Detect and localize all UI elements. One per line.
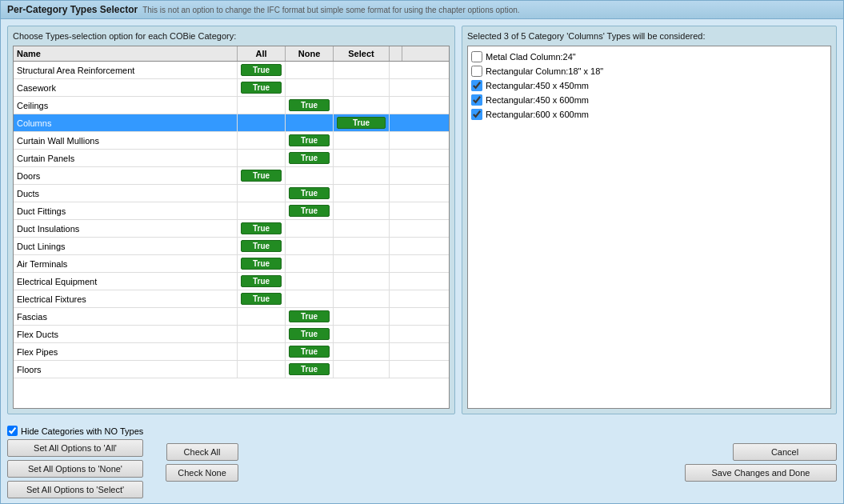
row-none[interactable]: True: [286, 202, 334, 219]
row-all[interactable]: True: [238, 238, 286, 254]
row-select[interactable]: [334, 202, 390, 219]
row-all[interactable]: [238, 308, 286, 325]
table-row[interactable]: Curtain PanelsTrue: [14, 150, 449, 167]
row-select[interactable]: [334, 185, 390, 202]
type-item: Metal Clad Column:24": [471, 50, 827, 64]
row-all[interactable]: [238, 361, 286, 378]
row-none[interactable]: True: [286, 343, 334, 360]
row-select[interactable]: [334, 220, 390, 237]
table-row[interactable]: Electrical FixturesTrue: [14, 290, 449, 308]
row-none[interactable]: True: [286, 326, 334, 342]
row-all[interactable]: True: [238, 290, 286, 307]
row-select[interactable]: True: [334, 114, 390, 131]
row-none[interactable]: True: [286, 150, 334, 166]
hide-checkbox[interactable]: [7, 426, 18, 436]
table-row[interactable]: Duct InsulationsTrue: [14, 220, 449, 238]
row-name: Duct Insulations: [14, 220, 238, 237]
table-row[interactable]: Structural Area ReinforcementTrue: [14, 62, 449, 79]
table-row[interactable]: FloorsTrue: [14, 361, 449, 378]
row-select[interactable]: [334, 79, 390, 96]
row-none[interactable]: [286, 255, 334, 272]
type-checkbox[interactable]: [471, 66, 482, 77]
row-none[interactable]: True: [286, 97, 334, 114]
check-all-button[interactable]: Check All: [166, 443, 238, 461]
row-select[interactable]: [334, 238, 390, 254]
row-all[interactable]: [238, 202, 286, 219]
row-select[interactable]: [334, 62, 390, 78]
table-row[interactable]: FasciasTrue: [14, 308, 449, 326]
table-row[interactable]: Curtain Wall MullionsTrue: [14, 132, 449, 150]
row-all[interactable]: [238, 185, 286, 202]
type-checkbox[interactable]: [471, 94, 482, 106]
table-row[interactable]: Flex DuctsTrue: [14, 326, 449, 343]
row-none[interactable]: True: [286, 308, 334, 325]
row-name: Fascias: [14, 308, 238, 325]
row-none[interactable]: [286, 290, 334, 307]
table-row[interactable]: Air TerminalsTrue: [14, 255, 449, 273]
row-none[interactable]: [286, 79, 334, 96]
set-none-button[interactable]: Set All Options to 'None': [7, 460, 143, 478]
check-none-button[interactable]: Check None: [166, 464, 238, 482]
table-body[interactable]: Structural Area ReinforcementTrueCasewor…: [14, 62, 449, 408]
row-none[interactable]: [286, 114, 334, 131]
row-all[interactable]: True: [238, 255, 286, 272]
row-select[interactable]: [334, 167, 390, 184]
col-all: All: [238, 46, 286, 61]
row-select[interactable]: [334, 255, 390, 272]
row-all[interactable]: [238, 326, 286, 342]
set-select-button[interactable]: Set All Options to 'Select': [7, 481, 143, 498]
row-select[interactable]: [334, 273, 390, 290]
row-none[interactable]: [286, 238, 334, 254]
row-select[interactable]: [334, 361, 390, 378]
row-name: Doors: [14, 167, 238, 184]
table-row[interactable]: Duct LiningsTrue: [14, 238, 449, 255]
row-all[interactable]: [238, 150, 286, 166]
row-all[interactable]: [238, 114, 286, 131]
row-select[interactable]: [334, 97, 390, 114]
title-bar: Per-Category Types Selector This is not …: [1, 1, 843, 19]
row-select[interactable]: [334, 326, 390, 342]
row-all[interactable]: [238, 97, 286, 114]
save-button[interactable]: Save Changes and Done: [685, 464, 837, 482]
row-none[interactable]: [286, 62, 334, 78]
cancel-button[interactable]: Cancel: [733, 443, 837, 461]
table-row[interactable]: Flex PipesTrue: [14, 343, 449, 361]
table-row[interactable]: DoorsTrue: [14, 167, 449, 185]
table-row[interactable]: Electrical EquipmentTrue: [14, 273, 449, 290]
row-none[interactable]: True: [286, 361, 334, 378]
row-all[interactable]: True: [238, 79, 286, 96]
row-all[interactable]: True: [238, 220, 286, 237]
row-none[interactable]: [286, 220, 334, 237]
table-row[interactable]: CeilingsTrue: [14, 97, 449, 114]
row-select[interactable]: [334, 132, 390, 149]
type-checkbox[interactable]: [471, 80, 482, 91]
row-name: Curtain Panels: [14, 150, 238, 166]
row-all[interactable]: True: [238, 62, 286, 78]
row-select[interactable]: [334, 150, 390, 166]
table-row[interactable]: CaseworkTrue: [14, 79, 449, 97]
row-none[interactable]: [286, 273, 334, 290]
row-all[interactable]: [238, 343, 286, 360]
type-checkbox[interactable]: [471, 51, 482, 62]
col-name: Name: [14, 46, 238, 61]
table-row[interactable]: DuctsTrue: [14, 185, 449, 202]
set-all-button[interactable]: Set All Options to 'All': [7, 439, 143, 457]
hide-checkbox-row: Hide Categories with NO Types: [7, 426, 143, 436]
type-checkbox[interactable]: [471, 109, 482, 120]
row-name: Electrical Fixtures: [14, 290, 238, 307]
row-all[interactable]: True: [238, 167, 286, 184]
row-select[interactable]: [334, 290, 390, 307]
row-all[interactable]: True: [238, 273, 286, 290]
row-select[interactable]: [334, 343, 390, 360]
table-row[interactable]: ColumnsTrue: [14, 114, 449, 132]
row-none[interactable]: True: [286, 132, 334, 149]
row-all[interactable]: [238, 132, 286, 149]
window-title: Per-Category Types Selector: [7, 4, 138, 15]
type-label: Metal Clad Column:24": [486, 52, 576, 62]
table-row[interactable]: Duct FittingsTrue: [14, 202, 449, 220]
type-label: Rectangular Column:18" x 18": [486, 66, 603, 76]
row-select[interactable]: [334, 308, 390, 325]
row-none[interactable]: [286, 167, 334, 184]
row-name: Air Terminals: [14, 255, 238, 272]
row-none[interactable]: True: [286, 185, 334, 202]
